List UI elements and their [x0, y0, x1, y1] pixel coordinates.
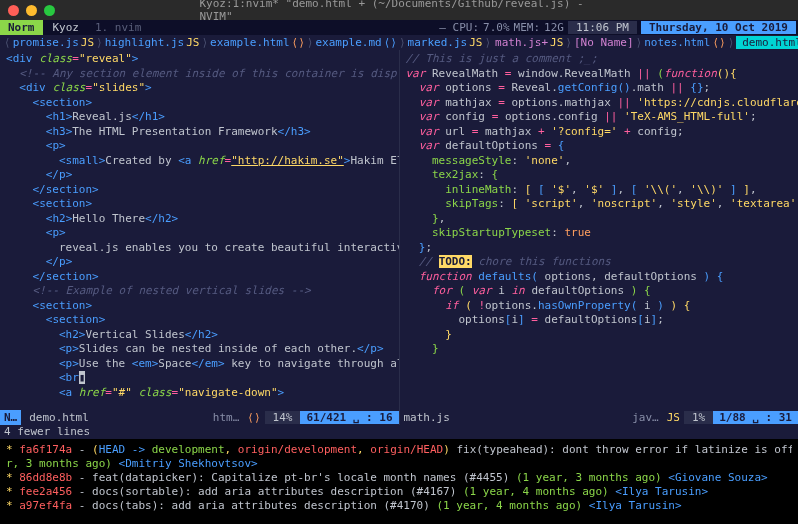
- html-icon: ⟨⟩: [292, 36, 305, 49]
- filetype: jav…: [628, 411, 663, 424]
- tab-sep: ⟩: [399, 36, 406, 49]
- html-icon: ⟨⟩: [712, 36, 725, 49]
- js-icon: JS: [186, 36, 199, 49]
- md-icon: ⟨⟩: [384, 36, 397, 49]
- git-commit-row[interactable]: * fee2a456 - docs(sortable): add aria at…: [6, 485, 792, 499]
- filename: demo.html: [21, 411, 209, 424]
- scroll-pct: 14%: [265, 411, 301, 424]
- filetype-icon: JS: [663, 411, 684, 424]
- git-commit-row[interactable]: * a97ef4fa - docs(tabs): add aria attrib…: [6, 499, 792, 513]
- tab-math[interactable]: math.js+: [495, 36, 548, 49]
- titlebar: Kyoz:1:nvim* "demo.html + (~/Documents/G…: [0, 0, 798, 20]
- tab-sep: ⟩: [636, 36, 643, 49]
- left-pane-status: N… demo.html htm… ⟨⟩ 14% 61/421 ␣ : 16: [0, 410, 399, 425]
- tab-sep: ⟩: [307, 36, 314, 49]
- tab-demo-active[interactable]: demo.html+: [736, 36, 798, 49]
- js-icon: JS: [469, 36, 482, 49]
- js-icon: JS: [81, 36, 94, 49]
- zoom-icon[interactable]: [44, 5, 55, 16]
- tab-marked[interactable]: marked.js: [408, 36, 468, 49]
- tab-example-html[interactable]: example.html: [210, 36, 289, 49]
- filetype: htm…: [209, 411, 244, 424]
- user-label: Kyoz: [43, 21, 90, 34]
- cursor-pos: 1/88 ␣ : 31: [713, 411, 798, 424]
- tab-highlight[interactable]: highlight.js: [105, 36, 184, 49]
- traffic-lights: [8, 5, 55, 16]
- session-label: 1. nvim: [89, 21, 147, 34]
- filename: math.js: [400, 411, 629, 424]
- close-icon[interactable]: [8, 5, 19, 16]
- git-log[interactable]: * fa6f174a - (HEAD -> development, origi…: [0, 439, 798, 524]
- right-pane-status: math.js jav… JS 1% 1/88 ␣ : 31: [400, 410, 799, 425]
- window-title: Kyoz:1:nvim* "demo.html + (~/Documents/G…: [200, 0, 599, 23]
- left-pane[interactable]: <div class="reveal"> <!-- Any section el…: [0, 50, 400, 425]
- tab-noname[interactable]: [No Name]: [574, 36, 634, 49]
- filetype-icon: ⟨⟩: [243, 411, 264, 424]
- tab-notes[interactable]: notes.html: [644, 36, 710, 49]
- tab-sep: ⟩: [728, 36, 735, 49]
- tab-example-md[interactable]: example.md: [315, 36, 381, 49]
- tab-sep: ⟩: [201, 36, 208, 49]
- git-commit-row[interactable]: * fa6f174a - (HEAD -> development, origi…: [6, 443, 792, 457]
- tab-sep: ⟩: [484, 36, 491, 49]
- right-pane[interactable]: // This is just a comment ;_; var Reveal…: [400, 50, 799, 425]
- scroll-pct: 1%: [684, 411, 713, 424]
- mode-indicator: Norm: [0, 20, 43, 35]
- git-commit-row[interactable]: * 86dd8e8b - feat(datapicker): Capitaliz…: [6, 471, 792, 485]
- cursor-pos: 61/421 ␣ : 16: [300, 411, 398, 424]
- tab-promise[interactable]: promise.js: [13, 36, 79, 49]
- command-line[interactable]: 4 fewer lines: [0, 425, 798, 439]
- tab-sep: ⟩: [96, 36, 103, 49]
- tab-sep: ⟨: [4, 36, 11, 49]
- git-commit-row-wrap: r, 3 months ago) <Dmitriy Shekhovtsov>: [6, 457, 792, 471]
- tab-sep: ⟩: [565, 36, 572, 49]
- mode-badge: N…: [0, 410, 21, 425]
- clock-date: Thursday, 10 Oct 2019: [641, 21, 796, 34]
- editor-main: <div class="reveal"> <!-- Any section el…: [0, 50, 798, 425]
- minimize-icon[interactable]: [26, 5, 37, 16]
- buffer-tabs: ⟨ promise.js JS ⟩ highlight.js JS ⟩ exam…: [0, 35, 798, 50]
- js-icon: JS: [550, 36, 563, 49]
